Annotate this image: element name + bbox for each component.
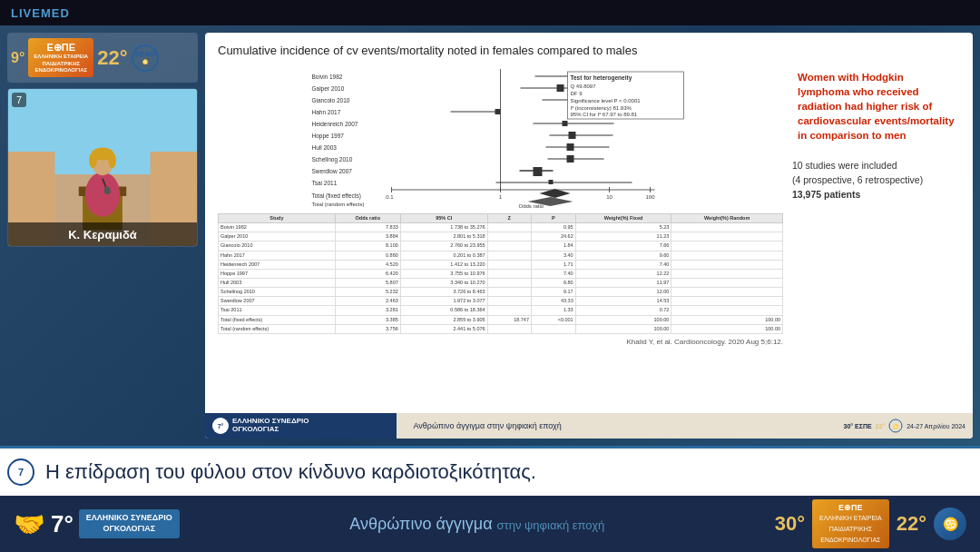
table-row: Tsai 20113.2810.586 to 18.3641.330.72 bbox=[219, 306, 783, 315]
svg-point-13 bbox=[104, 186, 111, 194]
slide-bar-22: 22° bbox=[876, 423, 886, 429]
table-header-wr: Weight(%) Random bbox=[671, 214, 783, 223]
svg-rect-52 bbox=[567, 155, 574, 163]
speaker-video: 7 Κ. Κεραμιδά bbox=[7, 88, 198, 247]
slide-bar-date: 24-27 Απριλίου 2024 bbox=[906, 423, 965, 429]
svg-text:Hahn 2017: Hahn 2017 bbox=[312, 109, 341, 115]
citation: Khalid Y, et al. Cardiooncology. 2020 Au… bbox=[218, 338, 783, 346]
forest-plot-svg: Boivin 1982 Galper 2010 Giancolo 2010 Ha… bbox=[218, 64, 783, 210]
banner-slogan-main: Ανθρώπινο άγγιγμα στην ψηφιακή εποχή bbox=[189, 515, 766, 534]
svg-text:♋: ♋ bbox=[893, 424, 899, 430]
logos-area: 9° Ε⊕ΠΕ ΕΛΛΗΝΙΚΗ ΕΤΑΙΡΕΙΑΠΑΙΔΙΑΤΡΙΚΗΣΕΝΔ… bbox=[7, 33, 198, 83]
svg-rect-54 bbox=[534, 167, 543, 176]
svg-text:Odds ratio: Odds ratio bbox=[519, 203, 544, 209]
banner-22-num: 22° bbox=[897, 512, 926, 536]
left-panel: 9° Ε⊕ΠΕ ΕΛΛΗΝΙΚΗ ΕΤΑΙΡΕΙΑΠΑΙΔΙΑΤΡΙΚΗΣΕΝΔ… bbox=[7, 33, 198, 439]
espe-logo: Ε⊕ΠΕ ΕΛΛΗΝΙΚΗ ΕΤΑΙΡΕΙΑΠΑΙΔΙΑΤΡΙΚΗΣΕΝΔΟΚΡ… bbox=[28, 38, 93, 77]
banner-espe-logo: Ε⊕ΠΕΕΛΛΗΝΙΚΗ ΕΤΑΙΡΕΙΑΠΑΙΔΙΑΤΡΙΚΗΣΕΝΔΟΚΡΙ… bbox=[812, 499, 889, 549]
banner-title-box: ΕΛΛΗΝΙΚΟ ΣΥΝΕΔΡΙΟ ΟΓΚΟΛΟΓΙΑΣ bbox=[79, 509, 180, 537]
svg-rect-44 bbox=[495, 109, 501, 114]
svg-rect-40 bbox=[557, 84, 564, 92]
banner-logo-area: 🤝 7° ΕΛΛΗΝΙΚΟ ΣΥΝΕΔΡΙΟ ΟΓΚΟΛΟΓΙΑΣ bbox=[14, 509, 180, 539]
svg-text:Boivin 1982: Boivin 1982 bbox=[312, 74, 343, 80]
svg-text:95% CI for I²  67.97 to 89.81: 95% CI for I² 67.97 to 89.81 bbox=[571, 112, 638, 117]
conf-number-left: 9° bbox=[11, 50, 24, 66]
slide-panel: Cumulative incidence of cv events/mortal… bbox=[205, 33, 973, 439]
banner-right-logos: 30° Ε⊕ΠΕΕΛΛΗΝΙΚΗ ΕΤΑΙΡΕΙΑΠΑΙΔΙΑΤΡΙΚΗΣΕΝΔ… bbox=[775, 499, 966, 549]
forest-plot-area: Boivin 1982 Galper 2010 Giancolo 2010 Ha… bbox=[218, 64, 783, 406]
slide-number-icon: 7° bbox=[212, 418, 229, 434]
svg-text:DF        9: DF 9 bbox=[571, 91, 583, 96]
highlight-text-box: Women with Hodgkin lymphoma who received… bbox=[792, 64, 960, 148]
bottom-banner: 🤝 7° ΕΛΛΗΝΙΚΟ ΣΥΝΕΔΡΙΟ ΟΓΚΟΛΟΓΙΑΣ Ανθρώπ… bbox=[0, 496, 980, 552]
main-area: 9° Ε⊕ΠΕ ΕΛΛΗΝΙΚΗ ΕΤΑΙΡΕΙΑΠΑΙΔΙΑΤΡΙΚΗΣΕΝΔ… bbox=[0, 25, 980, 552]
slide-body: Boivin 1982 Galper 2010 Giancolo 2010 Ha… bbox=[218, 64, 960, 406]
table-row: Total (random effects)3.7562.441 to 5.07… bbox=[219, 324, 783, 333]
svg-text:Total (random effects): Total (random effects) bbox=[312, 202, 365, 207]
conf-number-right: 22° bbox=[97, 46, 127, 70]
speaker-name-overlay: Κ. Κεραμιδά bbox=[8, 222, 197, 246]
table-row: Swerdlow 20072.4631.972 to 3.07743.3314.… bbox=[219, 297, 783, 306]
table-row: Boivin 19827.8331.738 to 35.2760.955.23 bbox=[219, 223, 783, 232]
stats-text: 10 studies were included (4 prospective,… bbox=[792, 155, 960, 205]
slide-bottom-bar: 7° ΕΛΛΗΝΙΚΟ ΣΥΝΕΔΡΙΟ ΟΓΚΟΛΟΓΙΑΣ Ανθρώπιν… bbox=[205, 413, 973, 439]
svg-text:Swerdlow 2007: Swerdlow 2007 bbox=[312, 168, 353, 174]
svg-text:Total (fixed effects): Total (fixed effects) bbox=[312, 192, 361, 200]
table-row: Galper 20103.8842.801 to 5.31824.6211.23 bbox=[219, 232, 783, 242]
table-header-or: Odds ratio bbox=[335, 214, 400, 223]
slide-bar-right: Ανθρώπινο άγγιγμα στην ψηφιακή εποχή 30°… bbox=[407, 419, 966, 433]
slide-bar-eeao-icon: ♋ bbox=[888, 419, 903, 433]
top-bar: LIVEMED bbox=[0, 0, 980, 25]
svg-rect-56 bbox=[549, 180, 554, 184]
svg-rect-48 bbox=[569, 132, 576, 139]
svg-text:ΕΕΑΟ: ΕΕΑΟ bbox=[135, 50, 155, 58]
svg-text:Galper 2010: Galper 2010 bbox=[312, 85, 345, 93]
svg-text:Heidenreich 2007: Heidenreich 2007 bbox=[312, 121, 358, 127]
slide-bar-logos: 30° ΕΣΠΕ 22° ♋ 24-27 Απριλίου 2024 bbox=[843, 419, 965, 433]
svg-text:1: 1 bbox=[499, 194, 503, 200]
banner-slogan-area: Ανθρώπινο άγγιγμα στην ψηφιακή εποχή bbox=[189, 515, 766, 534]
svg-rect-50 bbox=[567, 143, 574, 151]
study-types: (4 prospective, 6 retrospective) bbox=[792, 174, 923, 185]
banner-espe-num: 30° bbox=[775, 512, 805, 536]
table-row: Heidenreich 20074.5201.412 to 13.2201.71… bbox=[219, 260, 783, 269]
table-header-ci: 95% CI bbox=[400, 214, 487, 223]
svg-text:Schellnog 2010: Schellnog 2010 bbox=[312, 156, 353, 163]
table-header-z: Z bbox=[487, 214, 531, 223]
right-text-panel: Women with Hodgkin lymphoma who received… bbox=[792, 64, 960, 406]
table-header-wf: Weight(%) Fixed bbox=[575, 214, 671, 223]
svg-text:10: 10 bbox=[606, 194, 612, 200]
highlight-text-content: Women with Hodgkin lymphoma who received… bbox=[798, 70, 955, 143]
studies-count: 10 studies were included bbox=[792, 160, 897, 171]
content-row: 9° Ε⊕ΠΕ ΕΛΛΗΝΙΚΗ ΕΤΑΙΡΕΙΑΠΑΙΔΙΑΤΡΙΚΗΣΕΝΔ… bbox=[0, 25, 980, 446]
banner-hands-icon: 🤝 bbox=[14, 509, 45, 539]
subtitle-bar: 7 Η επίδραση του φύλου στον κίνδυνο καρδ… bbox=[0, 446, 980, 496]
data-table: Study Odds ratio 95% CI Z P Weight(%) Fi… bbox=[218, 213, 783, 334]
svg-text:Hull 2003: Hull 2003 bbox=[312, 144, 338, 151]
table-header-p: P bbox=[531, 214, 575, 223]
svg-text:Tsai 2011: Tsai 2011 bbox=[312, 180, 338, 186]
slide-bar-slogan: Ανθρώπινο άγγιγμα στην ψηφιακή εποχή bbox=[414, 421, 562, 430]
livemed-logo: LIVEMED bbox=[11, 6, 70, 20]
svg-text:♋: ♋ bbox=[142, 59, 149, 65]
svg-text:0.1: 0.1 bbox=[386, 194, 394, 200]
table-row: Hoppe 19976.4203.755 to 10.9767.4012.22 bbox=[219, 269, 783, 278]
speaker-badge: 7 bbox=[12, 93, 26, 107]
svg-text:Significance level  P < 0.0001: Significance level P < 0.0001 bbox=[571, 98, 642, 104]
slide-bar-espe: 30° ΕΣΠΕ bbox=[843, 423, 871, 429]
table-row: Total (fixed effects)3.3852.855 to 3.905… bbox=[219, 315, 783, 324]
slide-title: Cumulative incidence of cv events/mortal… bbox=[218, 44, 960, 57]
subtitle-text: Η επίδραση του φύλου στον κίνδυνο καρδιο… bbox=[45, 460, 536, 484]
slide-bar-left: 7° ΕΛΛΗΝΙΚΟ ΣΥΝΕΔΡΙΟ ΟΓΚΟΛΟΓΙΑΣ bbox=[212, 418, 401, 434]
svg-text:Q         49.8097: Q 49.8097 bbox=[571, 84, 597, 89]
svg-text:100: 100 bbox=[645, 194, 655, 200]
svg-rect-46 bbox=[563, 121, 568, 126]
slide-bar-title: ΕΛΛΗΝΙΚΟ ΣΥΝΕΔΡΙΟ ΟΓΚΟΛΟΓΙΑΣ bbox=[232, 418, 309, 434]
svg-point-10 bbox=[89, 153, 97, 169]
banner-eeao-logo: ♋ bbox=[934, 508, 966, 540]
table-row: Hahn 20170.8800.201 to 0.3873.409.60 bbox=[219, 251, 783, 260]
svg-text:Hoppe 1997: Hoppe 1997 bbox=[312, 133, 345, 140]
table-row: Hull 20035.8073.340 to 10.2706.8011.97 bbox=[219, 278, 783, 287]
svg-text:Test for heterogeneity: Test for heterogeneity bbox=[571, 74, 632, 82]
speaker-name: Κ. Κεραμιδά bbox=[68, 228, 137, 242]
